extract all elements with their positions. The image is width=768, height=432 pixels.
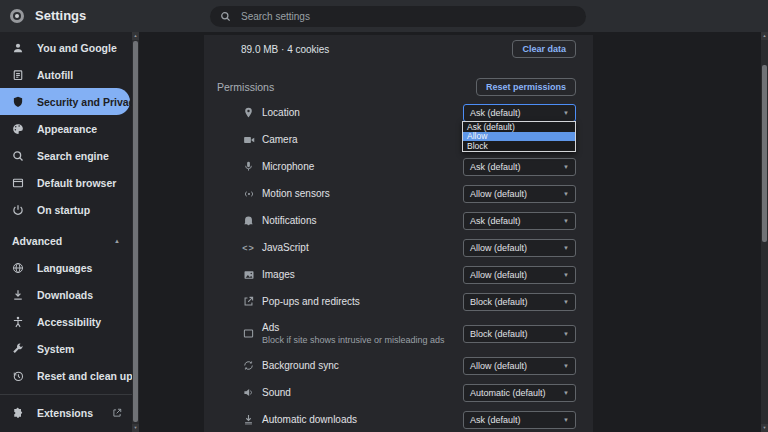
selected-value: Ask (default) — [470, 216, 521, 226]
permission-label: Images — [262, 269, 295, 280]
bell-icon — [242, 214, 255, 227]
sidebar-item-accessibility[interactable]: Accessibility — [0, 308, 132, 335]
content-area: You and GoogleAutofillSecurity and Priva… — [0, 32, 768, 432]
window-icon — [242, 327, 255, 340]
dropdown-option-allow[interactable]: Allow — [463, 132, 575, 142]
permission-row-sound: SoundAutomatic (default)▼ — [204, 379, 593, 406]
permission-select-javascript[interactable]: Allow (default)▼ — [463, 239, 576, 257]
sidebar-item-security-and-privacy[interactable]: Security and Privacy — [0, 88, 130, 115]
sidebar-item-on-startup[interactable]: On startup — [0, 196, 132, 223]
permission-select-automatic-downloads[interactable]: Ask (default)▼ — [463, 411, 576, 429]
permission-select-microphone[interactable]: Ask (default)▼ — [463, 158, 576, 176]
globe-icon — [12, 262, 24, 274]
chevron-down-icon: ▼ — [563, 331, 569, 337]
sidebar-item-label: System — [37, 343, 74, 355]
sidebar-item-extensions[interactable]: Extensions — [0, 399, 132, 426]
permission-select-motion-sensors[interactable]: Allow (default)▼ — [463, 185, 576, 203]
permission-select-images[interactable]: Allow (default)▼ — [463, 266, 576, 284]
selected-value: Ask (default) — [470, 415, 521, 425]
restore-icon — [12, 370, 24, 382]
permission-row-javascript: <>JavaScriptAllow (default)▼ — [204, 234, 593, 261]
sidebar-item-autofill[interactable]: Autofill — [0, 61, 132, 88]
permission-label: Background sync — [262, 360, 339, 371]
selected-value: Ask (default) — [470, 162, 521, 172]
search-settings-input[interactable]: Search settings — [210, 6, 586, 27]
permissions-header: Permissions Reset permissions — [204, 75, 593, 99]
sidebar-scrollbar-thumb[interactable] — [133, 41, 138, 422]
chevron-down-icon: ▼ — [563, 191, 569, 197]
microphone-icon — [242, 160, 255, 173]
external-link-icon — [112, 408, 122, 418]
selected-value: Automatic (default) — [470, 388, 546, 398]
clear-data-button[interactable]: Clear data — [512, 40, 576, 58]
dropdown-option-block[interactable]: Block — [463, 141, 575, 151]
collapse-caret-icon: ▲ — [114, 238, 120, 244]
permission-select-ads[interactable]: Block (default)▼ — [463, 325, 576, 343]
sidebar-item-languages[interactable]: Languages — [0, 254, 132, 281]
camera-icon — [242, 133, 255, 146]
sidebar-item-advanced[interactable]: Advanced▲ — [0, 227, 132, 254]
dropdown-option-ask-default-[interactable]: Ask (default) — [463, 122, 575, 132]
chevron-down-icon: ▼ — [563, 245, 569, 251]
chrome-settings-window: Settings Search settings You and GoogleA… — [0, 0, 768, 432]
permission-select-location[interactable]: Ask (default)▼ — [463, 104, 576, 122]
sidebar-item-label: Reset and clean up — [37, 370, 133, 382]
page-scrollbar-thumb[interactable] — [762, 65, 767, 242]
permission-select-pop-ups-and-redirects[interactable]: Block (default)▼ — [463, 293, 576, 311]
chevron-down-icon: ▼ — [563, 110, 569, 116]
sidebar-item-label: Languages — [37, 262, 92, 274]
permission-select-notifications[interactable]: Ask (default)▼ — [463, 212, 576, 230]
usage-text: 89.0 MB · 4 cookies — [241, 44, 329, 55]
scroll-up-icon[interactable]: ▲ — [761, 32, 768, 40]
permission-label: Sound — [262, 387, 291, 398]
permission-label: Camera — [262, 134, 298, 145]
code-icon: <> — [242, 241, 255, 254]
sidebar-nav: You and GoogleAutofillSecurity and Priva… — [0, 32, 132, 432]
sidebar-scrollbar[interactable]: ▲ ▼ — [132, 32, 139, 432]
chevron-down-icon: ▼ — [563, 363, 569, 369]
wrench-icon — [12, 343, 24, 355]
image-icon — [242, 268, 255, 281]
sidebar-item-default-browser[interactable]: Default browser — [0, 169, 132, 196]
permission-label: Microphone — [262, 161, 314, 172]
chevron-down-icon: ▼ — [563, 299, 569, 305]
scroll-down-icon[interactable]: ▼ — [761, 424, 768, 432]
speaker-icon — [242, 386, 255, 399]
page-scrollbar[interactable]: ▲ ▼ — [761, 32, 768, 432]
sidebar-item-reset-and-clean-up[interactable]: Reset and clean up — [0, 362, 132, 389]
sidebar-item-search-engine[interactable]: Search engine — [0, 142, 132, 169]
selected-value: Block (default) — [470, 297, 528, 307]
permission-label: JavaScript — [262, 242, 309, 253]
sidebar-item-label: Security and Privacy — [37, 96, 140, 108]
sidebar-item-appearance[interactable]: Appearance — [0, 115, 132, 142]
permission-select-sound[interactable]: Automatic (default)▼ — [463, 384, 576, 402]
scroll-up-icon[interactable]: ▲ — [132, 32, 139, 40]
sidebar-item-system[interactable]: System — [0, 335, 132, 362]
selected-value: Ask (default) — [470, 108, 521, 118]
scroll-down-icon[interactable]: ▼ — [132, 424, 139, 432]
motion-sensors-icon — [242, 187, 255, 200]
permission-label: Automatic downloads — [262, 414, 357, 425]
permission-sublabel: Block if site shows intrusive or mislead… — [262, 335, 445, 345]
open-in-new-icon — [242, 295, 255, 308]
sidebar-item-downloads[interactable]: Downloads — [0, 281, 132, 308]
reset-permissions-button[interactable]: Reset permissions — [476, 78, 576, 96]
chrome-logo-icon — [10, 9, 24, 23]
permission-row-automatic-downloads: Automatic downloadsAsk (default)▼ — [204, 406, 593, 432]
permission-select-background-sync[interactable]: Allow (default)▼ — [463, 357, 576, 375]
search-icon — [220, 11, 231, 22]
sidebar-divider — [0, 394, 132, 395]
selected-value: Allow (default) — [470, 189, 527, 199]
permission-label: Pop-ups and redirects — [262, 296, 360, 307]
sidebar-item-label: Accessibility — [37, 316, 101, 328]
permission-row-images: ImagesAllow (default)▼ — [204, 261, 593, 288]
chevron-down-icon: ▼ — [563, 218, 569, 224]
browser-icon — [12, 177, 24, 189]
permission-label: Notifications — [262, 215, 316, 226]
selected-value: Allow (default) — [470, 361, 527, 371]
sidebar-item-you-and-google[interactable]: You and Google — [0, 34, 132, 61]
selected-value: Allow (default) — [470, 243, 527, 253]
permission-row-pop-ups-and-redirects: Pop-ups and redirectsBlock (default)▼ — [204, 288, 593, 315]
toolbar: Settings Search settings — [0, 0, 768, 32]
permission-label: Location — [262, 107, 300, 118]
